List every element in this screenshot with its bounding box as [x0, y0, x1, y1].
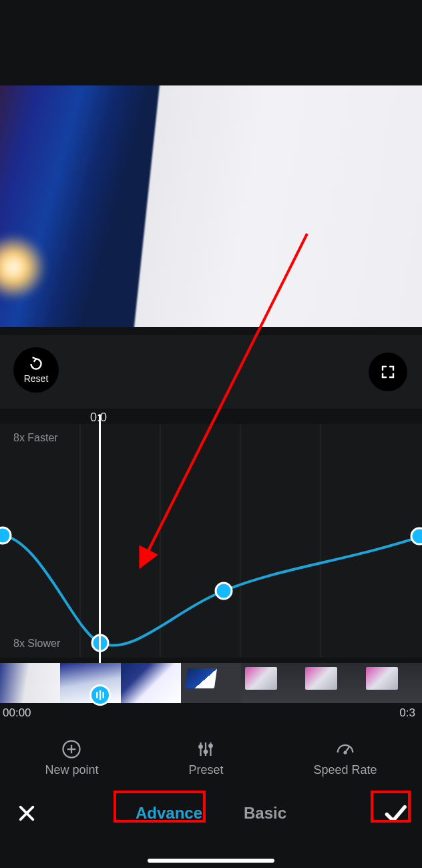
plus-circle-icon [61, 739, 81, 759]
sliders-icon [196, 739, 216, 759]
check-icon [383, 801, 408, 826]
timeline-filmstrip[interactable] [0, 663, 422, 703]
close-button[interactable] [0, 804, 53, 823]
svg-point-7 [411, 528, 422, 544]
fullscreen-button[interactable] [369, 353, 407, 391]
playhead-handle[interactable] [89, 684, 111, 706]
new-point-label: New point [45, 763, 98, 777]
tab-basic[interactable]: Basic [237, 801, 293, 825]
playhead-handle-icon [95, 690, 105, 700]
speed-curve [0, 424, 422, 658]
tab-advance[interactable]: Advance [129, 801, 209, 825]
preset-button[interactable]: Preset [188, 739, 223, 777]
speed-editor-screen: Reset 0:0 8x Faster 8x Slower [0, 0, 422, 868]
filmstrip-thumb [181, 663, 241, 703]
preview-controls: Reset [0, 335, 422, 409]
svg-rect-9 [99, 690, 101, 700]
speed-rate-label: Speed Rate [313, 763, 377, 777]
new-point-button[interactable]: New point [45, 739, 98, 777]
svg-point-12 [199, 744, 203, 748]
speed-rate-button[interactable]: Speed Rate [313, 739, 377, 777]
reset-icon [27, 355, 45, 373]
reset-label: Reset [24, 373, 49, 384]
video-preview[interactable] [0, 85, 422, 327]
svg-point-6 [216, 583, 232, 599]
fullscreen-icon [380, 364, 396, 380]
home-indicator [148, 859, 274, 863]
speed-graph[interactable]: 0:0 8x Faster 8x Slower [0, 424, 422, 658]
reset-button[interactable]: Reset [13, 347, 59, 393]
graph-bottom-label: 8x Slower [13, 638, 60, 650]
svg-point-15 [344, 751, 347, 754]
tab-row: Advance Basic [0, 793, 422, 833]
gauge-icon [335, 739, 355, 759]
playhead-line[interactable] [99, 414, 101, 698]
filmstrip-thumb [301, 663, 361, 703]
svg-point-4 [0, 527, 11, 544]
filmstrip-thumb [362, 663, 422, 703]
timeline-start-time: 00:00 [3, 706, 31, 720]
filmstrip-thumb [241, 663, 301, 703]
graph-top-label: 8x Faster [13, 432, 58, 444]
preset-label: Preset [188, 763, 223, 777]
svg-rect-10 [103, 692, 104, 698]
tabs: Advance Basic [53, 801, 369, 825]
timeline-end-time: 0:3 [399, 706, 415, 720]
close-icon [17, 804, 36, 823]
tool-row: New point Preset Speed Rate [0, 731, 422, 785]
filmstrip-thumb [121, 663, 181, 703]
svg-point-14 [209, 744, 213, 748]
svg-point-13 [204, 750, 208, 754]
filmstrip-thumb [0, 663, 60, 703]
confirm-button[interactable] [369, 801, 422, 826]
svg-rect-8 [96, 692, 97, 698]
